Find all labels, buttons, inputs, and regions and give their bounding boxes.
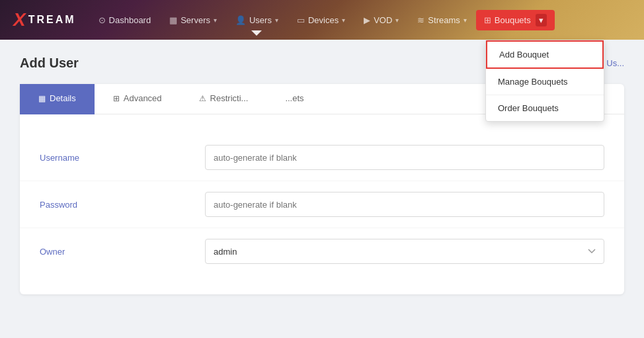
username-label: Username: [40, 153, 205, 163]
logo[interactable]: X TREAM: [13, 9, 76, 30]
bouquets-dropdown: Add Bouquet Manage Bouquets Order Bouque…: [485, 40, 604, 122]
bouquets-icon: ⊞: [484, 15, 491, 25]
tab-details[interactable]: ▦ Details: [20, 84, 95, 114]
nav-users[interactable]: 👤 Users ▾: [226, 10, 288, 30]
streams-icon: ≋: [417, 15, 424, 25]
nav-vod-label: VOD: [374, 15, 392, 25]
streams-chevron: ▾: [463, 17, 467, 24]
devices-icon: ▭: [297, 15, 305, 25]
nav-bouquets-label: Bouquets: [495, 15, 531, 25]
users-icon: 👤: [235, 15, 246, 25]
vod-icon: ▶: [364, 15, 370, 25]
tab-bouquets-label: ...ets: [285, 93, 303, 103]
logo-x: X: [13, 9, 26, 30]
username-row: Username: [20, 134, 624, 181]
servers-icon: ▦: [169, 15, 177, 25]
header: X TREAM ⊙ Dashboard ▦ Servers ▾ 👤 Users …: [0, 0, 644, 40]
main-nav: ⊙ Dashboard ▦ Servers ▾ 👤 Users ▾ ▭ Devi…: [89, 10, 631, 30]
tab-details-label: Details: [50, 93, 76, 103]
tab-advanced[interactable]: ⊞ Advanced: [95, 84, 181, 114]
page-title: Add User: [20, 56, 79, 71]
nav-dashboard-label: Dashboard: [109, 15, 151, 25]
nav-bouquets[interactable]: ⊞ Bouquets ▾: [476, 10, 555, 30]
advanced-tab-icon: ⊞: [113, 94, 120, 103]
dashboard-icon: ⊙: [99, 15, 106, 25]
logo-text: TREAM: [28, 14, 76, 26]
vod-chevron: ▾: [395, 17, 399, 24]
dropdown-add-bouquet[interactable]: Add Bouquet: [486, 40, 604, 69]
dropdown-order-bouquets[interactable]: Order Bouquets: [486, 95, 604, 121]
owner-select[interactable]: admin: [205, 239, 604, 264]
username-input[interactable]: [205, 145, 604, 170]
users-chevron: ▾: [275, 17, 278, 24]
dropdown-manage-bouquets[interactable]: Manage Bouquets: [486, 69, 604, 95]
password-row: Password: [20, 181, 624, 228]
nav-streams-label: Streams: [428, 15, 460, 25]
nav-streams[interactable]: ≋ Streams ▾: [408, 10, 475, 30]
restrictions-tab-icon: ⚠: [199, 94, 206, 103]
owner-row: Owner admin: [20, 228, 624, 275]
servers-chevron: ▾: [214, 17, 217, 24]
bouquets-dropdown-btn[interactable]: ▾: [536, 14, 547, 26]
nav-users-label: Users: [249, 15, 272, 25]
details-tab-icon: ▦: [38, 94, 46, 103]
devices-chevron: ▾: [342, 17, 345, 24]
tab-restrictions-label: Restricti...: [210, 93, 249, 103]
owner-label: Owner: [40, 247, 205, 257]
password-input[interactable]: [205, 192, 604, 217]
nav-devices-label: Devices: [308, 15, 339, 25]
nav-servers[interactable]: ▦ Servers ▾: [160, 10, 226, 30]
password-label: Password: [40, 200, 205, 210]
nav-devices[interactable]: ▭ Devices ▾: [288, 10, 354, 30]
form-body: Username Password Owner admin: [20, 114, 624, 294]
tab-advanced-label: Advanced: [124, 93, 162, 103]
tab-bouquets[interactable]: ...ets: [266, 84, 322, 114]
nav-servers-label: Servers: [181, 15, 210, 25]
users-caret: [251, 30, 262, 36]
nav-dashboard[interactable]: ⊙ Dashboard: [89, 10, 161, 30]
nav-vod[interactable]: ▶ VOD ▾: [354, 10, 408, 30]
tab-restrictions[interactable]: ⚠ Restricti...: [181, 84, 267, 114]
